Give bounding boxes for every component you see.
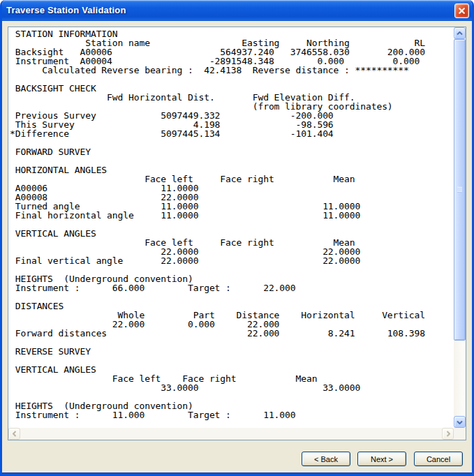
report-scroll-region[interactable]: STATION INFORMATION Station name Easting… [8, 27, 454, 428]
vertical-scrollbar[interactable] [454, 27, 466, 428]
close-icon [458, 7, 466, 15]
vertical-scroll-thumb[interactable] [454, 39, 466, 341]
cancel-button[interactable]: Cancel [414, 452, 463, 466]
scroll-down-icon [457, 420, 463, 424]
report-panel: STATION INFORMATION Station name Easting… [8, 27, 466, 440]
titlebar[interactable]: Traverse Station Validation [0, 0, 474, 21]
scroll-thumb-gripper-icon [457, 187, 462, 193]
horizontal-scrollbar [8, 428, 454, 440]
scroll-right-icon [446, 431, 450, 437]
next-button[interactable]: Next > [357, 452, 406, 466]
scroll-down-button[interactable] [454, 416, 466, 428]
scroll-up-button[interactable] [454, 27, 466, 39]
report-text: STATION INFORMATION Station name Easting… [8, 27, 454, 419]
dialog-window: Traverse Station Validation STATION INFO… [0, 0, 474, 476]
vertical-scroll-track[interactable] [454, 341, 466, 416]
scroll-left-button[interactable] [8, 428, 20, 440]
scroll-right-button[interactable] [442, 428, 454, 440]
scrollbar-corner [454, 428, 466, 440]
scroll-up-icon [457, 31, 463, 36]
back-button[interactable]: < Back [302, 452, 350, 466]
close-button[interactable] [454, 3, 469, 18]
window-title: Traverse Station Validation [6, 0, 126, 20]
scroll-left-icon [13, 431, 17, 437]
